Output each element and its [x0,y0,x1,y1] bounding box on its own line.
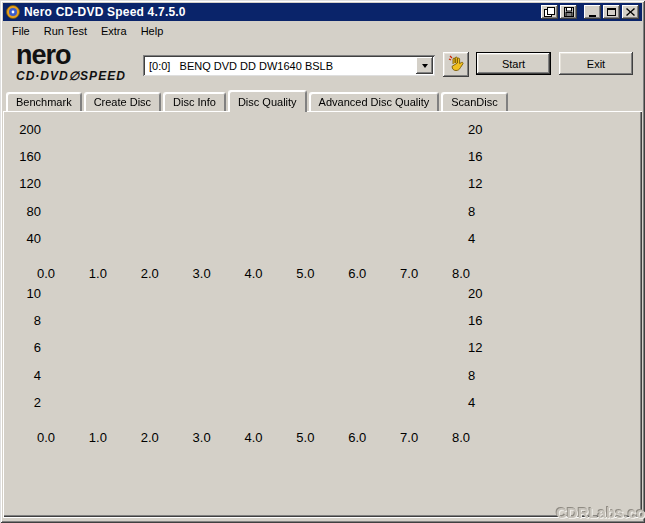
axis-tick-label: 16 [468,313,482,328]
report-icon [544,7,555,17]
axis-tick-label: 3.0 [186,266,218,281]
minimize-icon [589,15,596,17]
bottom-chart-right-axis: 20161284 [466,293,494,431]
axis-tick-label: 1.0 [82,266,114,281]
window-title: Nero CD-DVD Speed 4.7.5.0 [24,5,539,19]
nero-logo: nero [16,42,71,68]
axis-tick-label: 1.0 [82,430,114,445]
axis-tick-label: 4.0 [238,430,270,445]
save-icon [564,7,574,17]
axis-tick-label: 4 [468,231,475,246]
axis-tick-label: 12 [468,340,482,355]
app-window: Nero CD-DVD Speed 4.7.5.0 File Run Test … [0,0,645,523]
maximize-icon [607,8,616,16]
axis-tick-label: 0.0 [30,430,62,445]
bottom-strip [3,517,642,521]
axis-tick-label: 6.0 [341,430,373,445]
axis-tick-label: 2.0 [134,430,166,445]
axis-tick-label: 5.0 [289,266,321,281]
drive-select-dropdown-button[interactable] [416,57,433,74]
top-chart-left-axis: 2001601208040 [6,129,43,267]
bottom-chart-x-axis: 0.01.02.03.04.05.06.07.08.0 [46,430,463,444]
hand-tool-button[interactable] [443,52,469,77]
close-button[interactable] [622,5,639,19]
axis-tick-label: 7.0 [393,430,425,445]
axis-tick-label: 5.0 [289,430,321,445]
exit-button[interactable]: Exit [559,52,633,75]
axis-tick-label: 2 [34,395,41,410]
menu-help[interactable]: Help [134,23,171,39]
axis-tick-label: 8.0 [445,430,477,445]
axis-tick-label: 16 [468,149,482,164]
nero-logo-subtitle: CD·DVD∅SPEED [16,69,126,83]
minimize-button[interactable] [584,5,601,19]
axis-tick-label: 120 [19,176,41,191]
axis-tick-label: 6 [34,340,41,355]
axis-tick-label: 12 [468,176,482,191]
axis-tick-label: 20 [468,286,482,301]
exit-button-label: Exit [587,58,605,70]
axis-tick-label: 8 [34,313,41,328]
axis-tick-label: 7.0 [393,266,425,281]
top-chart-x-axis: 0.01.02.03.04.05.06.07.08.0 [46,266,463,280]
tab-disc-quality[interactable]: Disc Quality [228,90,307,112]
axis-tick-label: 4 [34,368,41,383]
tab-scandisc[interactable]: ScanDisc [441,92,507,111]
axis-tick-label: 160 [19,149,41,164]
menu-run-test[interactable]: Run Test [37,23,94,39]
tab-benchmark[interactable]: Benchmark [6,92,82,111]
axis-tick-label: 6.0 [341,266,373,281]
axis-tick-label: 40 [27,231,41,246]
app-icon [6,5,20,19]
disc-quality-page [3,111,642,517]
maximize-button[interactable] [603,5,620,19]
drive-select-value: [0:0] BENQ DVD DD DW1640 BSLB [143,60,414,72]
save-button[interactable] [560,5,577,19]
chevron-down-icon [422,64,428,71]
start-button[interactable]: Start [476,52,551,75]
start-button-label: Start [502,58,525,70]
axis-tick-label: 0.0 [30,266,62,281]
axis-tick-label: 8 [468,204,475,219]
menu-extra[interactable]: Extra [94,23,134,39]
axis-tick-label: 2.0 [134,266,166,281]
axis-tick-label: 80 [27,204,41,219]
axis-tick-label: 20 [468,122,482,137]
tab-create-disc[interactable]: Create Disc [84,92,161,111]
axis-tick-label: 200 [19,122,41,137]
top-chart-right-axis: 20161284 [466,129,494,267]
axis-tick-label: 8.0 [445,266,477,281]
axis-tick-label: 10 [27,286,41,301]
drive-select[interactable]: [0:0] BENQ DVD DD DW1640 BSLB [143,55,435,76]
site-watermark: CDRLabs.com [556,504,645,521]
axis-tick-label: 4 [468,395,475,410]
titlebar[interactable]: Nero CD-DVD Speed 4.7.5.0 [3,3,642,21]
menu-file[interactable]: File [5,23,37,39]
close-icon [626,8,635,16]
tab-strip: Benchmark Create Disc Disc Info Disc Qua… [6,92,508,112]
axis-tick-label: 3.0 [186,430,218,445]
report-button[interactable] [541,5,558,19]
axis-tick-label: 8 [468,368,475,383]
tab-advanced-disc-quality[interactable]: Advanced Disc Quality [309,92,440,111]
hand-icon [448,55,465,74]
bottom-chart-left-axis: 108642 [6,293,43,431]
tab-disc-info[interactable]: Disc Info [163,92,226,111]
axis-tick-label: 4.0 [238,266,270,281]
menubar: File Run Test Extra Help [3,21,642,40]
